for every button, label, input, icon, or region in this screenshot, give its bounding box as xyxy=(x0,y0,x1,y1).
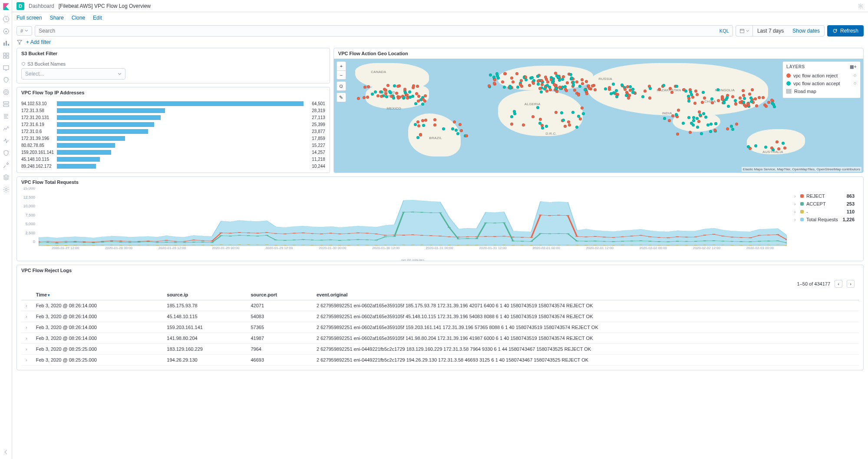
nav-stack-icon[interactable] xyxy=(3,174,10,181)
map-point[interactable] xyxy=(492,76,495,79)
map-point[interactable] xyxy=(496,74,499,77)
map-point[interactable] xyxy=(537,80,540,83)
map-point[interactable] xyxy=(510,115,513,118)
map-point[interactable] xyxy=(697,120,700,123)
map-point[interactable] xyxy=(371,93,374,96)
map-point[interactable] xyxy=(416,136,419,139)
map-point[interactable] xyxy=(460,129,463,132)
map-point[interactable] xyxy=(417,95,420,98)
map-point[interactable] xyxy=(363,96,366,99)
map-point[interactable] xyxy=(398,96,401,99)
expand-row-button[interactable]: › xyxy=(21,322,32,333)
map-point[interactable] xyxy=(522,123,525,126)
map-point[interactable] xyxy=(594,88,597,91)
map-point[interactable] xyxy=(560,111,563,114)
map-point[interactable] xyxy=(554,72,557,75)
map-point[interactable] xyxy=(742,89,745,92)
legend-item[interactable]: vpc flow action accept⚙ xyxy=(786,80,857,87)
expand-row-button[interactable]: › xyxy=(21,300,32,311)
map-point[interactable] xyxy=(754,97,757,100)
map-point[interactable] xyxy=(690,93,693,96)
map-point[interactable] xyxy=(554,87,558,90)
map-point[interactable] xyxy=(658,88,661,91)
map-point[interactable] xyxy=(725,98,728,101)
map-point[interactable] xyxy=(561,78,564,81)
map-point[interactable] xyxy=(649,87,652,90)
map-point[interactable] xyxy=(782,142,785,145)
map-point[interactable] xyxy=(516,86,519,89)
map-point[interactable] xyxy=(627,96,630,100)
share-link[interactable]: Share xyxy=(50,15,64,21)
map-point[interactable] xyxy=(735,123,738,126)
next-page-button[interactable]: › xyxy=(847,280,855,288)
column-source-ip[interactable]: source.ip xyxy=(162,289,246,300)
map-point[interactable] xyxy=(671,114,674,117)
map-point[interactable] xyxy=(702,112,705,115)
bucket-select[interactable]: Select... xyxy=(21,68,125,80)
map-point[interactable] xyxy=(416,85,419,88)
map-point[interactable] xyxy=(455,129,458,132)
map-point[interactable] xyxy=(762,96,765,99)
map-point[interactable] xyxy=(698,110,701,113)
map-point[interactable] xyxy=(776,140,779,143)
map-point[interactable] xyxy=(540,90,543,93)
map-point[interactable] xyxy=(648,96,651,100)
map-point[interactable] xyxy=(395,92,398,95)
map-point[interactable] xyxy=(501,80,504,83)
map-point[interactable] xyxy=(569,73,572,76)
map-point[interactable] xyxy=(731,95,734,98)
map-point[interactable] xyxy=(545,125,548,128)
map-zoom-in-button[interactable]: + xyxy=(337,62,346,70)
map-point[interactable] xyxy=(585,92,588,95)
map-point[interactable] xyxy=(409,96,412,99)
map-point[interactable] xyxy=(734,103,737,106)
settings-icon[interactable] xyxy=(858,3,864,9)
top-ip-row[interactable]: 172.31.39.196 17,859 xyxy=(21,135,325,141)
map-point[interactable] xyxy=(684,90,687,93)
edit-link[interactable]: Edit xyxy=(93,15,102,21)
map-point[interactable] xyxy=(392,96,395,100)
map-point[interactable] xyxy=(406,96,409,100)
nav-discover-icon[interactable] xyxy=(3,28,10,35)
map-point[interactable] xyxy=(783,146,786,150)
map-point[interactable] xyxy=(579,117,582,120)
map-point[interactable] xyxy=(524,76,527,79)
map-point[interactable] xyxy=(631,88,634,91)
map-point[interactable] xyxy=(758,96,761,99)
map-point[interactable] xyxy=(581,78,584,81)
map-point[interactable] xyxy=(578,85,581,88)
map-point[interactable] xyxy=(380,90,383,93)
map-point[interactable] xyxy=(694,90,697,93)
nav-canvas-icon[interactable] xyxy=(3,64,10,71)
map-point[interactable] xyxy=(687,97,690,100)
add-layer-icon[interactable]: ▦+ xyxy=(850,64,857,69)
map-point[interactable] xyxy=(717,99,720,102)
map-point[interactable] xyxy=(711,101,714,104)
map-point[interactable] xyxy=(558,86,561,89)
map-point[interactable] xyxy=(702,91,705,94)
nav-devtools-icon[interactable] xyxy=(3,162,10,169)
map-point[interactable] xyxy=(414,102,417,105)
column-source-port[interactable]: source.port xyxy=(246,289,312,300)
map-point[interactable] xyxy=(748,93,751,96)
map-point[interactable] xyxy=(417,124,420,127)
map-point[interactable] xyxy=(692,116,695,119)
map-point[interactable] xyxy=(612,83,615,86)
map-point[interactable] xyxy=(743,97,746,100)
map-point[interactable] xyxy=(726,127,729,130)
map-point[interactable] xyxy=(488,84,491,87)
nav-dashboard-icon[interactable] xyxy=(3,52,10,59)
breadcrumb-root[interactable]: Dashboard xyxy=(29,3,54,9)
map-canvas[interactable]: CANADA UNITEDSTATES MEXICO BRAZIL ALGERI… xyxy=(334,59,863,173)
map-point[interactable] xyxy=(510,123,513,126)
map-point[interactable] xyxy=(531,115,535,118)
map-point[interactable] xyxy=(675,85,678,88)
map-point[interactable] xyxy=(503,86,506,89)
map-point[interactable] xyxy=(424,119,427,122)
top-ip-row[interactable]: 89.248.162.172 10,244 xyxy=(21,163,325,169)
map-point[interactable] xyxy=(687,100,690,103)
map-point[interactable] xyxy=(693,102,696,105)
map-point[interactable] xyxy=(568,123,571,126)
map-point[interactable] xyxy=(669,87,672,90)
map-point[interactable] xyxy=(538,87,541,90)
